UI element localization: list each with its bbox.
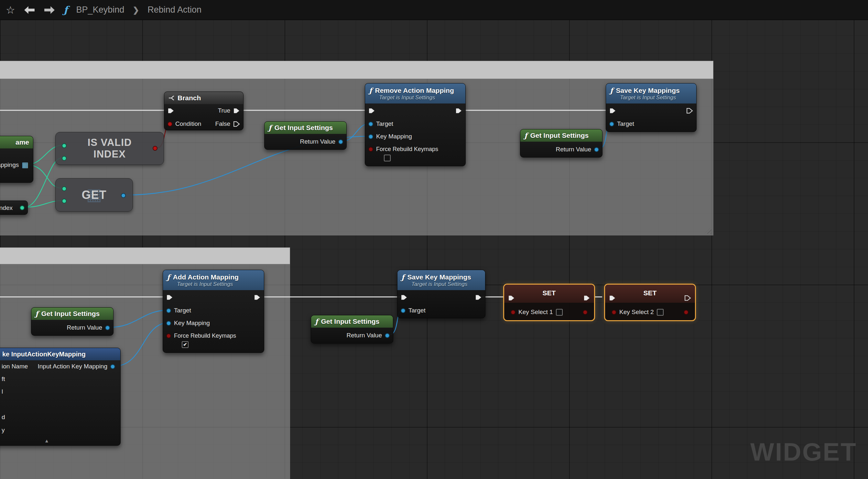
exec-pin-in[interactable]	[166, 294, 173, 300]
node-branch[interactable]: Branch True Condition False	[164, 92, 244, 130]
value-checkbox[interactable]	[556, 309, 563, 316]
node-get[interactable]: ▦ GET	[55, 178, 133, 212]
force-rebuild-checkbox[interactable]	[384, 155, 391, 161]
breadcrumb-blueprint[interactable]: BP_Keybind	[76, 5, 125, 15]
pin-label-false: False	[215, 120, 230, 127]
node-title-partial: ame	[16, 139, 29, 146]
force-rebuild-pin[interactable]	[368, 147, 373, 152]
pin-label-key-mapping: Key Mapping	[174, 320, 210, 327]
bool-pin-out[interactable]	[583, 310, 588, 315]
target-pin[interactable]	[401, 308, 406, 313]
node-get-input-settings-2[interactable]: ƒ Get Input Settings Return Value	[520, 129, 602, 157]
key-mapping-pin[interactable]	[368, 134, 373, 139]
force-rebuild-pin[interactable]	[166, 333, 171, 338]
function-icon: ƒ	[167, 273, 170, 281]
function-icon: ƒ	[610, 86, 613, 95]
bool-pin-in[interactable]	[510, 310, 516, 315]
node-title: Remove Action Mapping	[375, 87, 454, 94]
node-get-input-settings-3[interactable]: ƒ Get Input Settings Return Value	[31, 307, 114, 336]
forward-arrow-icon[interactable]	[44, 5, 55, 14]
pin-label-ctrl-partial: l	[2, 388, 3, 395]
pin-label-target: Target	[617, 120, 634, 127]
exec-pin-in[interactable]	[167, 108, 174, 114]
node-title: Save Key Mappings	[407, 273, 471, 281]
exec-pin-in[interactable]	[401, 294, 407, 300]
array-pin-in[interactable]	[62, 143, 67, 148]
node-title: Save Key Mappings	[616, 87, 679, 94]
variable-label: Key Select 2	[619, 308, 654, 316]
index-pin-in[interactable]	[62, 156, 67, 161]
array-pin-icon[interactable]: ▦	[22, 161, 28, 169]
function-icon: ƒ	[524, 131, 527, 140]
comment-box-top-title[interactable]	[0, 61, 713, 79]
node-subtitle: Target is Input Settings	[379, 94, 435, 101]
exec-pin-in[interactable]	[609, 108, 616, 114]
node-add-action-mapping[interactable]: ƒ Add Action Mapping Target is Input Set…	[163, 270, 264, 353]
exec-pin-out[interactable]	[684, 295, 691, 301]
return-value-pin[interactable]	[105, 325, 110, 330]
exec-pin-out[interactable]	[583, 295, 590, 301]
collapse-arrow-icon[interactable]: ▲	[44, 438, 49, 443]
node-set-key-select-1[interactable]: SET Key Select 1	[503, 283, 595, 321]
pin-label-target: Target	[376, 120, 393, 127]
node-save-key-mappings-1[interactable]: ƒ Save Key Mappings Target is Input Sett…	[606, 83, 696, 132]
target-pin[interactable]	[609, 122, 614, 126]
back-arrow-icon[interactable]	[24, 5, 35, 14]
return-value-pin[interactable]	[594, 147, 599, 152]
exec-pin-true[interactable]	[233, 108, 240, 114]
pin-label-cmd-partial: d	[2, 414, 5, 421]
exec-pin-out[interactable]	[455, 108, 462, 114]
key-mapping-pin[interactable]	[166, 321, 171, 326]
node-make-input-action-key-mapping[interactable]: ke InputActionKeyMapping ion Name Input …	[0, 348, 121, 446]
function-icon: ƒ	[401, 273, 404, 281]
breadcrumb-separator-icon: ❯	[133, 5, 139, 14]
pin-label-true: True	[218, 107, 230, 114]
target-pin[interactable]	[166, 308, 171, 313]
exec-pin-in[interactable]	[609, 295, 616, 301]
breadcrumb-function[interactable]: Rebind Action	[148, 5, 202, 15]
node-action-mappings-partial[interactable]: ame ▦ appings	[0, 136, 33, 183]
index-pin-in[interactable]	[62, 199, 67, 204]
struct-pin-out[interactable]	[110, 364, 115, 369]
item-pin-out[interactable]	[121, 193, 126, 198]
value-checkbox[interactable]	[657, 309, 663, 316]
force-rebuild-checkbox[interactable]: ✔	[182, 341, 189, 348]
pin-label-action-name: ion Name	[2, 363, 28, 370]
exec-pin-in[interactable]	[368, 108, 375, 114]
function-icon: ƒ	[269, 124, 271, 132]
blueprint-editor: ☆ ƒ BP_Keybind ❯ Rebind Action	[0, 0, 868, 479]
bool-pin-out[interactable]	[153, 146, 157, 151]
return-value-pin[interactable]	[385, 333, 390, 338]
bool-pin-condition[interactable]	[167, 122, 173, 126]
node-title-line2: INDEX	[88, 148, 132, 160]
node-get-input-settings-4[interactable]: ƒ Get Input Settings Return Value	[311, 315, 393, 343]
array-pin-in[interactable]	[62, 186, 67, 191]
node-is-valid-index[interactable]: IS VALID INDEX	[55, 132, 164, 165]
int-pin-out[interactable]	[20, 205, 25, 210]
favorite-star-icon[interactable]: ☆	[6, 5, 15, 15]
target-pin[interactable]	[368, 122, 373, 126]
exec-pin-out[interactable]	[254, 294, 261, 300]
node-title-line1: IS VALID	[88, 137, 132, 148]
node-get-input-settings-1[interactable]: ƒ Get Input Settings Return Value	[264, 121, 347, 150]
bool-pin-in[interactable]	[612, 310, 616, 315]
return-value-pin[interactable]	[338, 140, 343, 144]
node-remove-action-mapping[interactable]: ƒ Remove Action Mapping Target is Input …	[365, 83, 466, 166]
exec-pin-in[interactable]	[508, 295, 515, 301]
bool-pin-out[interactable]	[684, 310, 688, 315]
node-valid-index-partial[interactable]: l Index	[0, 201, 28, 215]
node-set-key-select-2[interactable]: SET Key Select 2	[604, 283, 696, 321]
node-save-key-mappings-2[interactable]: ƒ Save Key Mappings Target is Input Sett…	[397, 270, 486, 318]
pin-label-return-value: Return Value	[300, 138, 336, 145]
exec-pin-out[interactable]	[475, 294, 482, 300]
function-icon: ƒ	[35, 309, 38, 318]
node-title: Get Input Settings	[274, 124, 333, 132]
exec-pin-false[interactable]	[233, 121, 240, 127]
comment-resize-handle[interactable]	[704, 227, 711, 234]
comment-box-bottom-title[interactable]	[0, 247, 290, 264]
breadcrumb-bar: ☆ ƒ BP_Keybind ❯ Rebind Action	[0, 0, 868, 20]
node-title: Add Action Mapping	[173, 273, 238, 281]
node-title: Get Input Settings	[41, 310, 100, 318]
exec-pin-out[interactable]	[686, 108, 693, 114]
node-title: Branch	[178, 94, 201, 102]
